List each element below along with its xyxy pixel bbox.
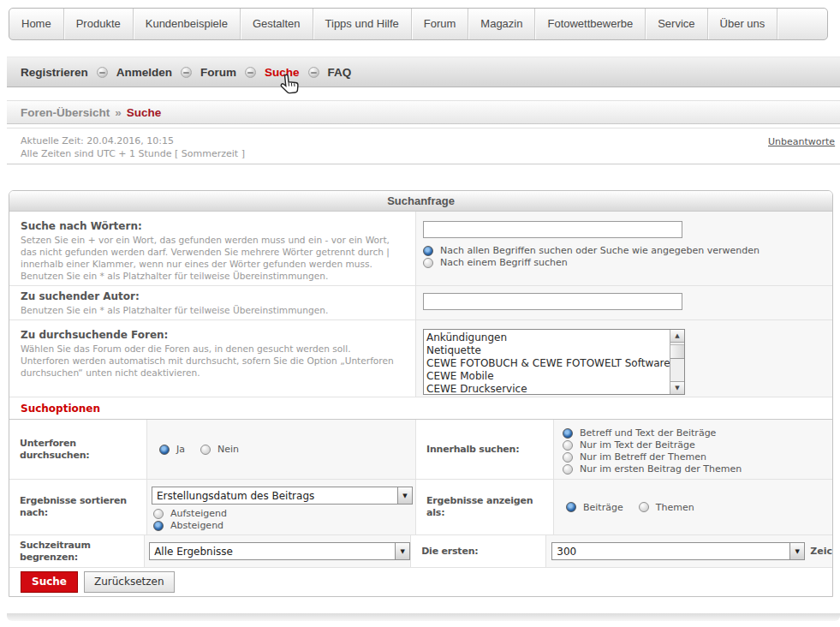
scroll-down-icon[interactable]: ▼ [670, 381, 684, 394]
radio-icon[interactable] [423, 258, 433, 268]
radio-label: Nach allen Begriffen suchen oder Suche w… [440, 245, 760, 256]
sort-by-controls: Erstellungsdatum des Beitrags ▼ Aufsteig… [146, 480, 416, 534]
radio-selected-icon[interactable] [566, 502, 576, 512]
search-words-input[interactable] [423, 221, 682, 238]
forum-option[interactable]: Netiquette [426, 344, 670, 357]
forum-option[interactable]: CEWE Druckservice [426, 383, 670, 395]
chevron-down-icon[interactable]: ▼ [395, 543, 409, 559]
search-words-label-cell: Suche nach Wörtern: Setzen Sie ein + vor… [9, 212, 415, 285]
nav-tab-tipps-und-hilfe[interactable]: Tipps und Hilfe [313, 9, 412, 39]
return-first-controls: 300 ▼ Zeic [545, 535, 832, 567]
return-first-select-value: 300 [552, 546, 789, 558]
display-as-label: Ergebnisse anzeigen als: [416, 480, 553, 534]
forum-option[interactable]: Ankündigungen [426, 331, 670, 344]
limit-time-label: Suchzeitraum begrenzen: [9, 535, 144, 567]
radio-option[interactable]: Beiträge [566, 502, 623, 513]
search-panel: Suchanfrage Suche nach Wörtern: Setzen S… [9, 190, 833, 597]
radio-selected-icon[interactable] [423, 246, 433, 256]
nav-tab-forum[interactable]: Forum [412, 9, 469, 39]
search-within-label: Innerhalb suchen: [416, 420, 553, 479]
forum-option[interactable]: CEWE Mobile [426, 370, 670, 383]
radio-option[interactable]: Betreff und Text der Beiträge [563, 427, 832, 439]
limit-row: Suchzeitraum begrenzen: Alle Ergebnisse … [9, 535, 832, 568]
display-as-controls: BeiträgeThemen [553, 480, 832, 534]
nav-tab-produkte[interactable]: Produkte [64, 9, 134, 39]
nav-tab-fotowettbewerbe[interactable]: Fotowettbewerbe [535, 9, 646, 39]
sort-by-select[interactable]: Erstellungsdatum des Beitrags ▼ [152, 487, 413, 505]
nav-tab--ber-uns[interactable]: Über uns [708, 9, 778, 39]
breadcrumb-root-link[interactable]: Foren-Übersicht [21, 106, 110, 119]
forums-listbox[interactable]: AnkündigungenNetiquetteCEWE FOTOBUCH & C… [423, 329, 685, 395]
radio-icon[interactable] [153, 509, 164, 519]
forum-option[interactable]: CEWE FOTOBUCH & CEWE FOTOWELT Software [426, 357, 670, 370]
radio-label: Ja [176, 444, 185, 455]
breadcrumb-current: Suche [127, 106, 162, 119]
radio-icon[interactable] [639, 502, 649, 512]
search-words-label: Suche nach Wörtern: [21, 220, 402, 232]
unanswered-posts-link[interactable]: Unbeantworte [768, 136, 835, 147]
reset-button[interactable]: Zurücksetzen [84, 571, 175, 593]
radio-option[interactable]: Nur im ersten Beitrag der Themen [563, 463, 832, 475]
breadcrumb-separator: » [115, 106, 122, 119]
radio-label: Beiträge [583, 502, 623, 513]
radio-label: Aufsteigend [170, 508, 227, 519]
chevron-down-icon[interactable]: ▼ [789, 543, 804, 559]
sort-by-label: Ergebnisse sortieren nach: [9, 480, 146, 534]
chevron-down-icon[interactable]: ▼ [397, 487, 412, 504]
search-forums-label-cell: Zu durchsuchende Foren: Wählen Sie das F… [9, 320, 415, 397]
cursor-pointer-icon [278, 72, 301, 98]
current-time-text: Aktuelle Zeit: 20.04.2016, 10:15 [21, 134, 840, 147]
user-nav-link-anmelden[interactable]: Anmelden [116, 66, 172, 79]
radio-label: Nur im ersten Beitrag der Themen [580, 463, 742, 475]
form-buttons-row: Suche Zurücksetzen [9, 568, 832, 596]
radio-option[interactable]: Aufsteigend [153, 508, 415, 519]
radio-selected-icon[interactable] [563, 428, 573, 439]
panel-title: Suchanfrage [9, 191, 832, 212]
radio-icon[interactable] [200, 445, 211, 455]
search-forums-row: Zu durchsuchende Foren: Wählen Sie das F… [9, 320, 832, 397]
meta-info-bar: Aktuelle Zeit: 20.04.2016, 10:15 Alle Ze… [7, 128, 840, 164]
user-navigation: RegistrierenAnmeldenForumSucheFAQ [7, 57, 840, 87]
nav-tab-home[interactable]: Home [9, 9, 64, 39]
display-as-radios: BeiträgeThemen [566, 501, 710, 514]
subforums-row: Unterforen durchsuchen: JaNein Innerhalb… [9, 420, 832, 480]
radio-option[interactable]: Absteigend [153, 520, 415, 531]
separator-icon [181, 67, 192, 78]
limit-time-select-value: Alle Ergebnisse [150, 546, 395, 558]
radio-option[interactable]: Ja [159, 444, 185, 455]
nav-tab-service[interactable]: Service [646, 9, 707, 39]
radio-option[interactable]: Nein [200, 444, 239, 455]
search-submit-button[interactable]: Suche [21, 571, 78, 593]
radio-label: Nur im Betreff der Themen [580, 451, 706, 463]
radio-selected-icon[interactable] [153, 521, 164, 531]
scroll-up-icon[interactable]: ▲ [670, 330, 684, 343]
search-words-row: Suche nach Wörtern: Setzen Sie ein + vor… [9, 212, 832, 286]
radio-selected-icon[interactable] [159, 445, 170, 455]
scrollbar-thumb[interactable] [670, 344, 684, 359]
radio-icon[interactable] [563, 440, 573, 451]
listbox-scrollbar[interactable]: ▲ ▼ [670, 330, 684, 394]
radio-option[interactable]: Themen [639, 502, 694, 513]
search-words-description: Setzen Sie ein + vor ein Wort, das gefun… [21, 234, 402, 282]
search-author-input[interactable] [423, 293, 682, 310]
radio-label: Betreff und Text der Beiträge [580, 427, 716, 439]
main-navigation: HomeProdukteKundenbeispieleGestaltenTipp… [9, 8, 828, 40]
radio-icon[interactable] [563, 452, 573, 463]
return-first-select[interactable]: 300 ▼ [551, 542, 805, 560]
radio-label: Absteigend [170, 520, 223, 531]
user-nav-link-faq[interactable]: FAQ [328, 66, 352, 79]
limit-time-select[interactable]: Alle Ergebnisse ▼ [149, 542, 410, 560]
radio-option[interactable]: Nach einem Begriff suchen [423, 257, 832, 268]
search-author-label-cell: Zu suchender Autor: Benutzen Sie ein * a… [9, 286, 415, 319]
separator-icon [97, 67, 108, 78]
search-options-title: Suchoptionen [9, 397, 832, 420]
nav-tab-gestalten[interactable]: Gestalten [241, 9, 313, 39]
radio-option[interactable]: Nur im Text der Beiträge [563, 439, 832, 451]
user-nav-link-forum[interactable]: Forum [200, 66, 236, 79]
nav-tab-magazin[interactable]: Magazin [468, 9, 535, 39]
radio-icon[interactable] [563, 464, 573, 475]
user-nav-link-registrieren[interactable]: Registrieren [21, 66, 88, 79]
radio-option[interactable]: Nur im Betreff der Themen [563, 451, 832, 463]
radio-option[interactable]: Nach allen Begriffen suchen oder Suche w… [423, 245, 832, 256]
nav-tab-kundenbeispiele[interactable]: Kundenbeispiele [134, 9, 241, 39]
